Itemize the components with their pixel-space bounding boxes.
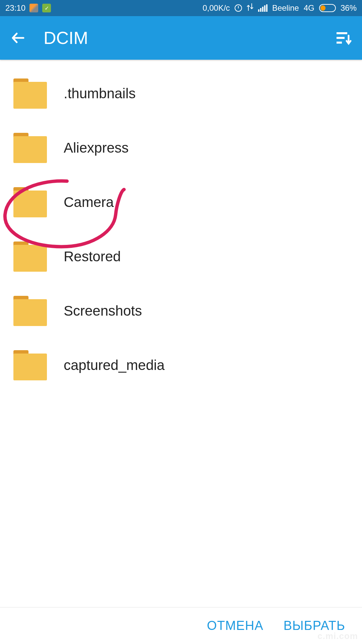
app-bar: DCIM: [0, 16, 362, 60]
folder-name: .thumbnails: [64, 86, 136, 102]
battery-percent: 36%: [341, 3, 357, 13]
alarm-icon: [235, 4, 242, 12]
back-button[interactable]: [10, 30, 27, 46]
network-type: 4G: [304, 3, 314, 13]
status-time: 23:10: [5, 3, 25, 13]
folder-icon: [13, 350, 47, 380]
folder-item-captured-media[interactable]: captured_media: [0, 338, 362, 392]
folder-icon: [13, 296, 47, 326]
carrier-name: Beeline: [272, 3, 299, 13]
svg-rect-2: [337, 42, 342, 44]
folder-name: Screenshots: [64, 303, 142, 319]
watermark: c.mi.com: [317, 631, 358, 641]
folder-item-camera[interactable]: Camera: [0, 175, 362, 229]
folder-name: captured_media: [64, 357, 165, 373]
status-right: 0,00K/c Beeline 4G 36%: [202, 3, 357, 13]
data-arrows-icon: [247, 3, 253, 13]
sort-button[interactable]: [335, 30, 352, 46]
status-left: 23:10 ✓: [5, 3, 51, 13]
folder-name: Aliexpress: [64, 140, 129, 156]
folder-item-aliexpress[interactable]: Aliexpress: [0, 121, 362, 175]
folder-icon: [13, 133, 47, 163]
bottom-bar: ОТМЕНА ВЫБРАТЬ: [0, 607, 362, 644]
page-title: DCIM: [44, 28, 335, 48]
signal-icon: [258, 4, 267, 12]
folder-name: Restored: [64, 249, 121, 265]
folder-item-restored[interactable]: Restored: [0, 229, 362, 284]
cancel-button[interactable]: ОТМЕНА: [207, 619, 263, 633]
folder-item-screenshots[interactable]: Screenshots: [0, 284, 362, 338]
folder-icon: [13, 78, 47, 109]
svg-rect-1: [337, 37, 345, 39]
folder-list: .thumbnails Aliexpress Camera Restored S…: [0, 60, 362, 392]
network-speed: 0,00K/c: [202, 3, 230, 13]
battery-icon: [319, 4, 336, 12]
svg-rect-0: [337, 32, 347, 34]
weather-icon: [29, 4, 38, 12]
shield-icon: ✓: [42, 4, 51, 12]
status-bar: 23:10 ✓ 0,00K/c Beeline 4G 36%: [0, 0, 362, 16]
folder-icon: [13, 241, 47, 272]
folder-icon: [13, 187, 47, 217]
folder-item-thumbnails[interactable]: .thumbnails: [0, 66, 362, 121]
folder-name: Camera: [64, 194, 114, 210]
